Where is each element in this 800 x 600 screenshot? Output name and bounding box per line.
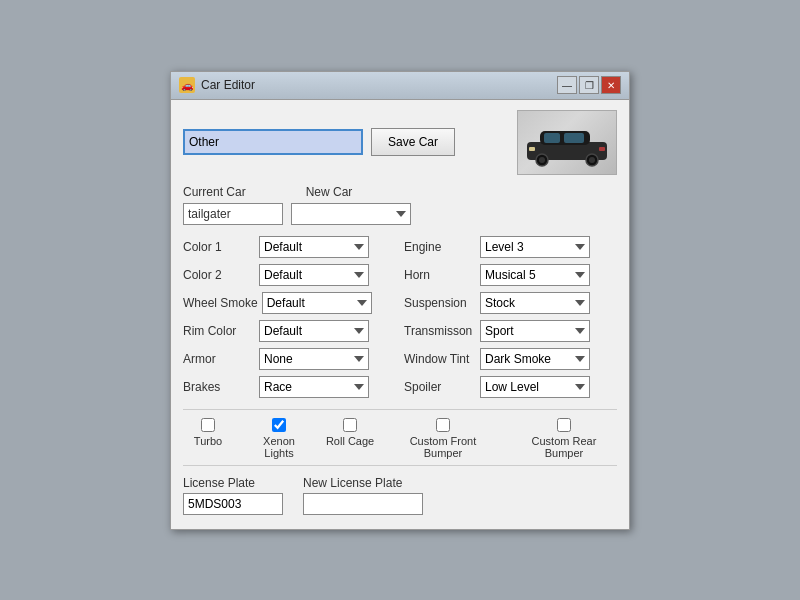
roll-cage-checkbox-item: Roll Cage <box>325 418 375 447</box>
svg-rect-6 <box>544 133 560 143</box>
new-car-label: New Car <box>306 185 353 199</box>
rim-color-row: Rim Color DefaultChromeBlack <box>183 319 396 343</box>
window-tint-row: Window Tint NonePure BlackDark SmokeLigh… <box>404 347 617 371</box>
transmission-label: Transmisson <box>404 324 476 338</box>
custom-rear-bumper-label: Custom Rear Bumper <box>511 435 617 459</box>
new-license-plate-input[interactable] <box>303 493 423 515</box>
rear-bumper-checkbox-item: Custom Rear Bumper <box>511 418 617 459</box>
title-bar-left: 🚗 Car Editor <box>179 77 255 93</box>
new-license-plate-group: New License Plate <box>303 476 423 515</box>
current-car-label: Current Car <box>183 185 246 199</box>
horn-select[interactable]: DefaultMusical 1Musical 2Musical 3Musica… <box>480 264 590 286</box>
new-car-select[interactable]: tailgater oracle elegy <box>291 203 411 225</box>
car-editor-window: 🚗 Car Editor — ❐ ✕ Other Sport Muscle SU… <box>170 71 630 530</box>
brakes-row: Brakes StockStreetSportRace <box>183 375 396 399</box>
category-select[interactable]: Other Sport Muscle SUV Sedan <box>183 129 363 155</box>
svg-rect-7 <box>564 133 584 143</box>
window-tint-label: Window Tint <box>404 352 476 366</box>
engine-select[interactable]: StockLevel 1Level 2Level 3 <box>480 236 590 258</box>
title-buttons: — ❐ ✕ <box>557 76 621 94</box>
custom-rear-bumper-checkbox[interactable] <box>557 418 571 432</box>
title-bar: 🚗 Car Editor — ❐ ✕ <box>171 72 629 100</box>
top-row: Other Sport Muscle SUV Sedan Save Car <box>183 110 617 175</box>
transmission-row: Transmisson StockStreetSportRace <box>404 319 617 343</box>
license-row: License Plate New License Plate <box>183 476 617 515</box>
rim-color-select[interactable]: DefaultChromeBlack <box>259 320 369 342</box>
custom-front-bumper-label: Custom Front Bumper <box>389 435 497 459</box>
suspension-select[interactable]: StockLoweredStreetSport <box>480 292 590 314</box>
window-body: Other Sport Muscle SUV Sedan Save Car <box>171 100 629 529</box>
close-button[interactable]: ✕ <box>601 76 621 94</box>
color1-label: Color 1 <box>183 240 255 254</box>
wheel-smoke-select[interactable]: DefaultWhiteBlack <box>262 292 372 314</box>
xenon-lights-label: Xenon Lights <box>247 435 311 459</box>
window-icon: 🚗 <box>179 77 195 93</box>
rim-color-label: Rim Color <box>183 324 255 338</box>
transmission-select[interactable]: StockStreetSportRace <box>480 320 590 342</box>
section-labels: Current Car New Car <box>183 185 617 199</box>
car-names-row: tailgater oracle elegy <box>183 203 617 225</box>
spoiler-row: Spoiler NoneLow LevelMid LevelHigh Level <box>404 375 617 399</box>
roll-cage-checkbox[interactable] <box>343 418 357 432</box>
license-plate-input[interactable] <box>183 493 283 515</box>
window-title: Car Editor <box>201 78 255 92</box>
armor-label: Armor <box>183 352 255 366</box>
wheel-smoke-row: Wheel Smoke DefaultWhiteBlack <box>183 291 396 315</box>
armor-select[interactable]: None20%40%60%80%100% <box>259 348 369 370</box>
suspension-label: Suspension <box>404 296 476 310</box>
front-bumper-checkbox-item: Custom Front Bumper <box>389 418 497 459</box>
save-car-button[interactable]: Save Car <box>371 128 455 156</box>
roll-cage-label: Roll Cage <box>326 435 374 447</box>
xenon-checkbox-item: Xenon Lights <box>247 418 311 459</box>
engine-label: Engine <box>404 240 476 254</box>
color2-select[interactable]: DefaultRedBlue <box>259 264 369 286</box>
license-plate-label: License Plate <box>183 476 283 490</box>
current-car-field[interactable] <box>183 203 283 225</box>
options-grid: Color 1 DefaultRedBlue Engine StockLevel… <box>183 235 617 399</box>
turbo-checkbox-item: Turbo <box>183 418 233 447</box>
car-preview-image <box>517 110 617 175</box>
turbo-label: Turbo <box>194 435 222 447</box>
horn-label: Horn <box>404 268 476 282</box>
engine-row: Engine StockLevel 1Level 2Level 3 <box>404 235 617 259</box>
window-tint-select[interactable]: NonePure BlackDark SmokeLight Smoke <box>480 348 590 370</box>
xenon-lights-checkbox[interactable] <box>272 418 286 432</box>
brakes-select[interactable]: StockStreetSportRace <box>259 376 369 398</box>
category-select-wrapper: Other Sport Muscle SUV Sedan <box>183 129 363 155</box>
spoiler-label: Spoiler <box>404 380 476 394</box>
horn-row: Horn DefaultMusical 1Musical 2Musical 3M… <box>404 263 617 287</box>
svg-rect-8 <box>529 147 535 151</box>
color2-label: Color 2 <box>183 268 255 282</box>
car-svg <box>522 117 612 167</box>
turbo-checkbox[interactable] <box>201 418 215 432</box>
svg-point-3 <box>539 157 545 163</box>
custom-front-bumper-checkbox[interactable] <box>436 418 450 432</box>
restore-button[interactable]: ❐ <box>579 76 599 94</box>
new-license-plate-label: New License Plate <box>303 476 423 490</box>
svg-point-5 <box>589 157 595 163</box>
spoiler-select[interactable]: NoneLow LevelMid LevelHigh Level <box>480 376 590 398</box>
svg-rect-9 <box>599 147 605 151</box>
color1-select[interactable]: DefaultRedBlue <box>259 236 369 258</box>
color1-row: Color 1 DefaultRedBlue <box>183 235 396 259</box>
minimize-button[interactable]: — <box>557 76 577 94</box>
brakes-label: Brakes <box>183 380 255 394</box>
color2-row: Color 2 DefaultRedBlue <box>183 263 396 287</box>
license-plate-group: License Plate <box>183 476 283 515</box>
wheel-smoke-label: Wheel Smoke <box>183 296 258 310</box>
armor-row: Armor None20%40%60%80%100% <box>183 347 396 371</box>
suspension-row: Suspension StockLoweredStreetSport <box>404 291 617 315</box>
checkboxes-row: Turbo Xenon Lights Roll Cage Custom Fron… <box>183 409 617 466</box>
